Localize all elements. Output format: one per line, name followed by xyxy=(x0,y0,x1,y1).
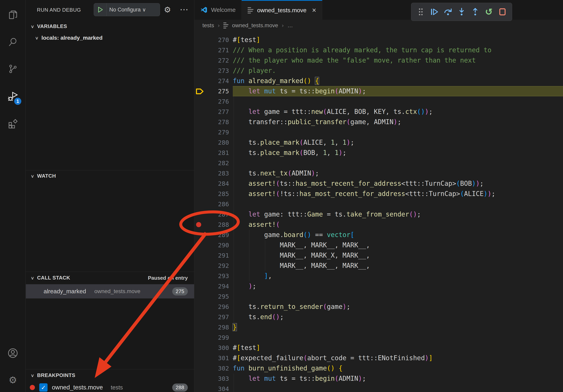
code-line[interactable]: 283 ts.next_tx(ADMIN); xyxy=(194,168,563,178)
tab-owned-tests-move[interactable]: owned_tests.move × xyxy=(242,0,322,20)
code-line[interactable]: 285 assert!(!ts::has_most_recent_for_add… xyxy=(194,189,563,199)
code-line[interactable]: 298} xyxy=(194,322,563,332)
code-line[interactable]: 294 ); xyxy=(194,281,563,291)
line-number[interactable]: 273 xyxy=(194,65,229,76)
code-line[interactable]: 270#[test] xyxy=(194,35,563,45)
code-editor[interactable]: 270#[test]271/// When a position is alre… xyxy=(194,35,563,392)
line-number[interactable]: 281 xyxy=(194,148,229,158)
search-icon[interactable] xyxy=(0,31,26,53)
step-over-icon[interactable] xyxy=(442,6,454,18)
line-number[interactable]: 293 xyxy=(194,271,229,281)
line-number[interactable]: 285 xyxy=(194,189,229,199)
code-line[interactable]: 273/// player. xyxy=(194,65,563,76)
line-number[interactable]: 270 xyxy=(194,35,229,45)
code-line[interactable]: 286 xyxy=(194,199,563,209)
breakpoint-enabled-checkbox[interactable]: ✓ xyxy=(39,383,48,392)
breakpoint-list-item[interactable]: ✓ owned_tests.move tests 288 xyxy=(26,382,194,392)
line-number[interactable]: 296 xyxy=(194,301,229,312)
code-line[interactable]: 277 let game = ttt::new(ALICE, BOB, KEY,… xyxy=(194,107,563,117)
line-number[interactable]: 272 xyxy=(194,55,229,65)
code-line[interactable]: 301#[expected_failure(abort_code = ttt::… xyxy=(194,353,563,363)
line-number[interactable]: 279 xyxy=(194,127,229,137)
stop-icon[interactable] xyxy=(497,6,508,18)
line-number[interactable]: 295 xyxy=(194,291,229,301)
line-number[interactable]: 277 xyxy=(194,107,229,117)
line-number[interactable]: 278 xyxy=(194,117,229,127)
code-line[interactable]: 279 xyxy=(194,127,563,137)
code-line[interactable]: 290 MARK__, MARK__, MARK__, xyxy=(194,240,563,250)
code-line[interactable]: 291 MARK__, MARK_X, MARK__, xyxy=(194,250,563,261)
line-number[interactable]: 304 xyxy=(194,384,229,392)
close-icon[interactable]: × xyxy=(312,6,316,14)
line-number[interactable]: 287 xyxy=(194,209,229,220)
run-and-debug-icon[interactable]: 1 xyxy=(0,86,26,108)
code-line[interactable]: 292 MARK__, MARK__, MARK__, xyxy=(194,261,563,271)
line-number[interactable]: 291 xyxy=(194,250,229,261)
line-number[interactable]: 302 xyxy=(194,363,229,373)
toolbar-drag-handle[interactable] xyxy=(415,6,426,18)
watch-section-header[interactable]: ∨ WATCH xyxy=(31,173,56,179)
explorer-icon[interactable] xyxy=(0,4,26,26)
code-line[interactable]: 293 ], xyxy=(194,271,563,281)
code-line[interactable]: 288 assert!( xyxy=(194,220,563,230)
variables-locals-scope[interactable]: ∨ locals: already_marked xyxy=(35,35,102,41)
breadcrumb-item-tests[interactable]: tests xyxy=(202,22,214,29)
more-actions-icon[interactable]: ⋯ xyxy=(180,4,188,14)
line-number[interactable]: 282 xyxy=(194,158,229,168)
code-line[interactable]: 272/// the player who made the "false" m… xyxy=(194,55,563,65)
extensions-icon[interactable] xyxy=(0,113,26,135)
code-line[interactable]: 276 xyxy=(194,96,563,107)
code-line[interactable]: 280 ts.place_mark(ALICE, 1, 1); xyxy=(194,137,563,148)
breadcrumb-item-more[interactable]: … xyxy=(287,22,293,29)
code-line[interactable]: 278 transfer::public_transfer(game, ADMI… xyxy=(194,117,563,127)
code-line[interactable]: 281 ts.place_mark(BOB, 1, 1); xyxy=(194,148,563,158)
continue-icon[interactable] xyxy=(429,6,440,18)
line-number[interactable]: 292 xyxy=(194,261,229,271)
line-number[interactable]: 294 xyxy=(194,281,229,291)
settings-icon[interactable]: ⚙ xyxy=(0,369,26,391)
breakpoints-section-header[interactable]: ∨ BREAKPOINTS xyxy=(31,372,75,378)
code-line[interactable]: 271/// When a position is already marked… xyxy=(194,45,563,55)
line-number[interactable]: 299 xyxy=(194,332,229,343)
line-number[interactable]: 290 xyxy=(194,240,229,250)
tab-welcome[interactable]: Welcome xyxy=(194,0,242,20)
breadcrumb-item-file[interactable]: owned_tests.move xyxy=(232,22,278,29)
line-number[interactable]: 286 xyxy=(194,199,229,209)
line-number[interactable]: 297 xyxy=(194,312,229,322)
code-line[interactable]: 284 assert!(ts::has_most_recent_for_addr… xyxy=(194,178,563,189)
variables-section-header[interactable]: ∨ VARIABLES xyxy=(31,23,67,29)
line-number[interactable]: 276 xyxy=(194,96,229,107)
source-control-icon[interactable] xyxy=(0,58,26,80)
step-out-icon[interactable] xyxy=(470,6,481,18)
launch-configuration-dropdown[interactable]: No Configura ∨ xyxy=(94,3,160,16)
call-stack-frame-row[interactable]: already_marked owned_tests.move 275 xyxy=(26,284,194,299)
debug-settings-gear-icon[interactable]: ⚙ xyxy=(164,5,171,14)
line-number[interactable]: 274 xyxy=(194,76,229,86)
code-line[interactable]: 299 xyxy=(194,332,563,343)
line-number[interactable]: 280 xyxy=(194,137,229,148)
line-number[interactable]: 271 xyxy=(194,45,229,55)
line-number[interactable]: 284 xyxy=(194,178,229,189)
code-line[interactable]: 300#[test] xyxy=(194,343,563,353)
restart-icon[interactable]: ↺ xyxy=(483,6,494,18)
code-line[interactable]: 297 ts.end(); xyxy=(194,312,563,322)
line-number[interactable]: 301 xyxy=(194,353,229,363)
code-line[interactable]: 304 xyxy=(194,384,563,392)
code-line[interactable]: 274fun already_marked() { xyxy=(194,76,563,86)
call-stack-section-header[interactable]: ∨ CALL STACK xyxy=(31,275,70,281)
line-number[interactable]: 298 xyxy=(194,322,229,332)
code-line[interactable]: 296 ts.return_to_sender(game); xyxy=(194,301,563,312)
line-number[interactable]: 283 xyxy=(194,168,229,178)
step-into-icon[interactable] xyxy=(456,6,467,18)
line-number[interactable]: 300 xyxy=(194,343,229,353)
code-line[interactable]: 303 let mut ts = ts::begin(ADMIN); xyxy=(194,373,563,384)
code-line[interactable]: 282 xyxy=(194,158,563,168)
start-debug-icon[interactable] xyxy=(94,3,106,16)
accounts-icon[interactable] xyxy=(0,342,26,364)
code-line[interactable]: 302fun burn_unfinished_game() { xyxy=(194,363,563,373)
line-number[interactable]: 289 xyxy=(194,230,229,240)
code-line[interactable]: 289 game.board() == vector[ xyxy=(194,230,563,240)
code-line[interactable]: 275 let mut ts = ts::begin(ADMIN); xyxy=(194,86,563,96)
line-number[interactable]: 303 xyxy=(194,373,229,384)
line-number[interactable]: 288 xyxy=(194,220,229,230)
